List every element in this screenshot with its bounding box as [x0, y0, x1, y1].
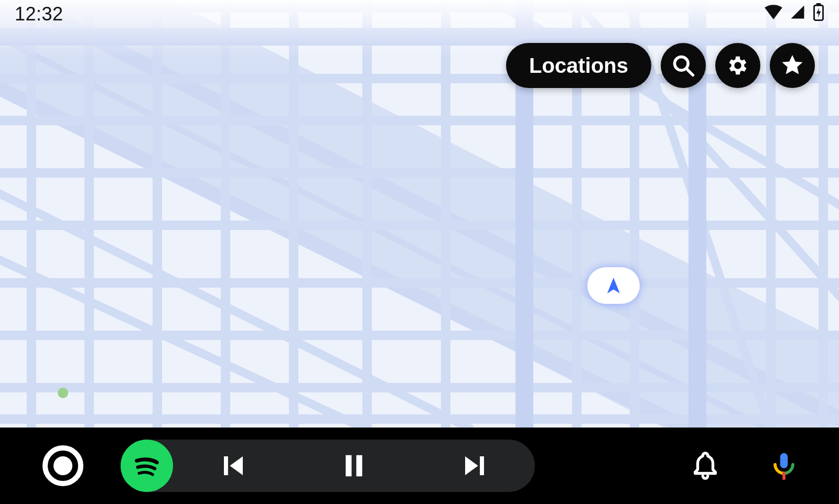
bell-icon: [690, 451, 720, 481]
status-clock: 12:32: [15, 3, 63, 25]
bottom-nav-bar: [0, 428, 839, 504]
current-location-button[interactable]: [587, 267, 640, 304]
battery-charging-icon: [813, 3, 824, 21]
wifi-icon: [765, 5, 782, 19]
locations-button[interactable]: Locations: [506, 43, 651, 88]
skip-next-icon: [460, 452, 489, 480]
svg-point-0: [58, 388, 68, 398]
location-arrow-icon: [604, 276, 623, 295]
launcher-icon: [42, 445, 84, 487]
status-bar: 12:32: [0, 0, 839, 26]
svg-line-4: [686, 69, 693, 75]
svg-rect-8: [346, 455, 351, 477]
media-control-pill[interactable]: [121, 440, 535, 492]
svg-point-6: [53, 456, 72, 475]
svg-rect-10: [480, 456, 484, 475]
voice-assistant-button[interactable]: [760, 442, 808, 489]
next-track-button[interactable]: [414, 452, 535, 480]
pause-icon: [340, 452, 368, 480]
gear-icon: [726, 53, 750, 78]
app-launcher-button[interactable]: [42, 445, 84, 487]
pause-button[interactable]: [294, 452, 414, 480]
spotify-icon: [130, 448, 164, 483]
svg-rect-9: [357, 455, 362, 477]
svg-rect-11: [780, 453, 788, 468]
star-icon: [780, 53, 805, 78]
notifications-button[interactable]: [682, 442, 729, 489]
previous-track-button[interactable]: [173, 452, 294, 480]
locations-label: Locations: [529, 54, 628, 78]
assistant-mic-icon: [769, 451, 799, 481]
media-app-icon[interactable]: [121, 440, 173, 492]
skip-previous-icon: [219, 452, 248, 480]
map-action-bar: Locations: [506, 43, 815, 88]
svg-rect-7: [224, 456, 228, 475]
svg-rect-2: [816, 3, 821, 5]
search-button[interactable]: [661, 43, 706, 88]
cell-signal-icon: [789, 4, 806, 20]
search-icon: [672, 54, 695, 77]
settings-button[interactable]: [715, 43, 760, 88]
favorites-button[interactable]: [770, 43, 815, 88]
